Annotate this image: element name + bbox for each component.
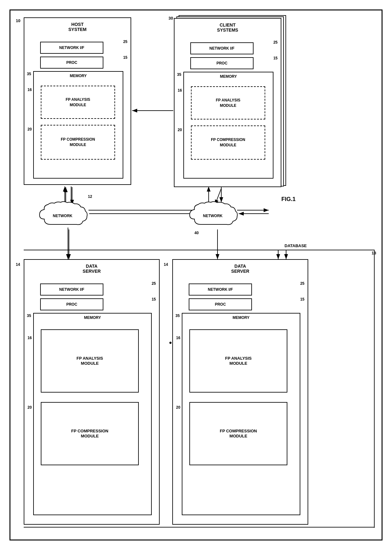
data-server-right-box: DATASERVER 25 NETWORK I/F 15 PROC 35 MEM…	[172, 259, 308, 525]
client-system-box: CLIENTSYSTEMS 25 NETWORK I/F 15 PROC 35 …	[174, 18, 281, 187]
ds-left-title: DATASERVER	[24, 264, 159, 274]
ref-12: 12	[88, 194, 92, 199]
ds-left-memory-box: MEMORY 16 FP ANALYSISMODULE 20 FP COMPRE…	[33, 313, 152, 515]
ds-left-memory-label: MEMORY	[34, 315, 151, 320]
database-bottom-line	[24, 527, 375, 528]
client-ref-20: 20	[178, 128, 182, 132]
ds-right-ref-14: 14	[164, 262, 168, 267]
client-memory-box: MEMORY 16 FP ANALYSISMODULE 20 FP COMPRE…	[183, 72, 273, 179]
host-fp-analysis: FP ANALYSISMODULE	[41, 86, 115, 119]
ds-right-memory-box: MEMORY 16 FP ANALYSISMODULE 20 FP COMPRE…	[182, 313, 300, 515]
ds-right-title: DATASERVER	[173, 264, 308, 274]
host-system-box: HOSTSYSTEM 25 NETWORK I/F 15 PROC 35 MEM…	[24, 17, 131, 185]
host-ref-35: 35	[27, 72, 31, 76]
client-fp-analysis: FP ANALYSISMODULE	[191, 86, 265, 119]
ds-right-ref-25: 25	[300, 281, 304, 286]
ds-left-fp-analysis: FP ANALYSISMODULE	[41, 329, 139, 393]
ds-left-proc: PROC	[40, 298, 103, 310]
client-system-title: CLIENTSYSTEMS	[175, 22, 281, 33]
ds-right-proc: PROC	[189, 298, 252, 310]
ds-left-ref-14: 14	[16, 262, 20, 267]
client-proc: PROC	[190, 57, 254, 69]
client-ref-16: 16	[178, 88, 182, 93]
ds-left-ref-35: 35	[27, 314, 31, 318]
fig-label: FIG.1	[281, 196, 296, 203]
host-ref-16: 16	[28, 88, 32, 92]
ds-left-ref-25: 25	[152, 281, 156, 286]
host-ref-20: 20	[28, 127, 32, 131]
ds-right-ref-35: 35	[175, 314, 180, 318]
host-network-if: NETWORK I/F	[40, 42, 103, 54]
database-label: DATABASE	[285, 243, 307, 248]
client-ref-15: 15	[273, 56, 278, 60]
ds-right-ref-15: 15	[300, 297, 304, 302]
host-proc: PROC	[40, 57, 103, 69]
database-top-line	[24, 250, 375, 251]
ds-right-fp-analysis: FP ANALYSISMODULE	[189, 329, 287, 393]
client-memory-label: MEMORY	[184, 74, 273, 79]
client-network-if: NETWORK I/F	[190, 42, 254, 54]
network-cloud-left: NETWORK	[38, 201, 89, 232]
ds-left-ref-15: 15	[152, 297, 156, 302]
svg-text:NETWORK: NETWORK	[203, 214, 223, 218]
ds-right-network-if: NETWORK I/F	[189, 284, 252, 296]
database-right-line	[374, 250, 375, 528]
svg-text:NETWORK: NETWORK	[53, 214, 72, 218]
ds-left-fp-compression: FP COMPRESSIONMODULE	[41, 402, 139, 465]
ds-right-memory-label: MEMORY	[182, 315, 300, 320]
host-system-title: HOSTSYSTEM	[24, 22, 131, 32]
host-ref-15: 15	[123, 55, 127, 60]
ds-right-fp-compression: FP COMPRESSIONMODULE	[189, 402, 287, 465]
client-fp-compression: FP COMPRESSIONMODULE	[191, 125, 265, 160]
client-ref-35: 35	[177, 72, 181, 77]
ds-left-network-if: NETWORK I/F	[40, 284, 103, 296]
ds-right-ref-16: 16	[176, 336, 180, 340]
ref-30: 30	[168, 16, 173, 21]
client-ref-25: 25	[273, 40, 278, 45]
data-server-left-box: DATASERVER 25 NETWORK I/F 15 PROC 35 MEM…	[24, 259, 160, 525]
ds-left-ref-16: 16	[28, 336, 32, 340]
host-ref-25: 25	[123, 40, 127, 44]
network-cloud-right: NETWORK	[188, 201, 239, 232]
ds-right-ref-20: 20	[176, 405, 180, 410]
host-memory-label: MEMORY	[34, 74, 123, 78]
ref-40: 40	[194, 231, 199, 235]
host-memory-box: MEMORY 16 FP ANALYSISMODULE 20 FP COMPRE…	[33, 71, 123, 179]
ds-left-ref-20: 20	[28, 405, 32, 410]
host-fp-compression: FP COMPRESSIONMODULE	[41, 125, 115, 160]
ref-10: 10	[16, 18, 20, 23]
